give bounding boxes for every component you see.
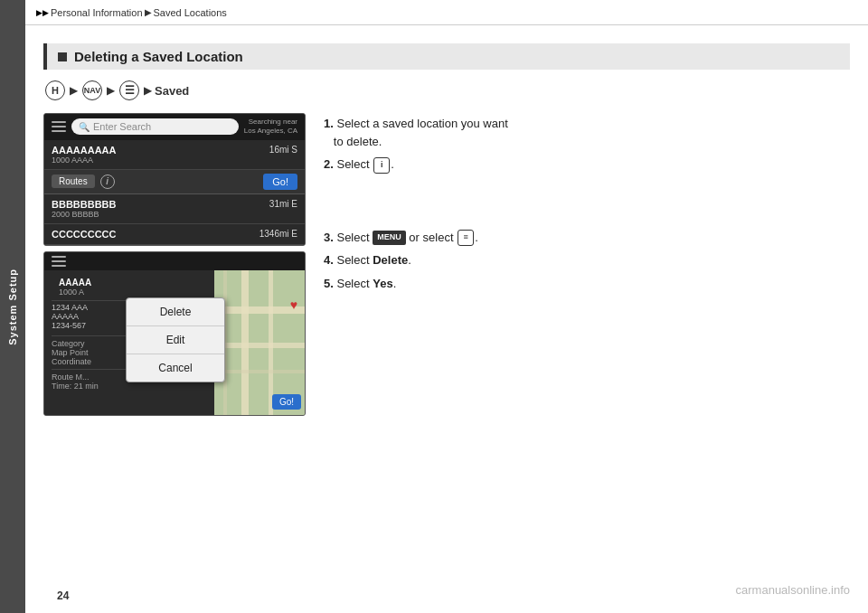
screen1-header: 🔍 Enter Search Searching near Los Angele… — [44, 114, 305, 140]
search-icon: 🔍 — [79, 122, 90, 132]
section-title: Deleting a Saved Location — [74, 49, 243, 64]
search-box[interactable]: 🔍 Enter Search — [71, 118, 239, 135]
step4-num: 4. — [324, 253, 334, 267]
step1-text: Select a saved location you want — [336, 117, 507, 130]
nav-arrow-3: ▶ — [144, 84, 152, 97]
nav-screen-2: AAAAA 1000 A 1234 AAA AAAAA 1234-567 Cat… — [43, 251, 306, 416]
step4-text: Select — [336, 253, 369, 267]
svg-rect-4 — [269, 270, 273, 415]
routes-bar: Routes i Go! — [44, 170, 305, 194]
nav-path: H ▶ NAV ▶ ☰ ▶ Saved — [43, 80, 850, 100]
ctx-delete[interactable]: Delete — [127, 298, 224, 326]
searching-near: Searching near Los Angeles, CA — [244, 118, 297, 137]
breadcrumb-arrow-1: ▶ — [145, 7, 152, 17]
list-item-3[interactable]: 1346mi E CCCCCCCCC — [44, 224, 305, 245]
section-heading: Deleting a Saved Location — [43, 43, 850, 70]
nav-arrow-1: ▶ — [70, 84, 78, 97]
svg-rect-6 — [214, 370, 305, 373]
menu-button-inline: MENU — [373, 231, 406, 245]
step5-bold: Yes — [373, 277, 392, 290]
step3-text: Select — [336, 231, 369, 244]
left-column: 🔍 Enter Search Searching near Los Angele… — [43, 113, 306, 416]
nav-arrow-2: ▶ — [107, 84, 115, 97]
nav-saved-label: Saved — [155, 84, 189, 98]
ctx-edit[interactable]: Edit — [127, 326, 224, 354]
navi-icon: NAV — [82, 80, 102, 100]
item1-sub: 1000 AAAA — [52, 156, 297, 165]
go-button-2[interactable]: Go! — [272, 394, 301, 410]
svg-rect-2 — [214, 343, 305, 348]
triangle-icon: ▶▶ — [36, 8, 49, 17]
info-icon[interactable]: i — [100, 174, 115, 189]
instruction-step4: 4. Select Delete. — [324, 251, 850, 269]
step3b-text: or select — [409, 231, 453, 244]
svg-rect-3 — [241, 270, 249, 415]
sidebar-label: System Setup — [7, 269, 18, 345]
item1-name: AAAAAAAAA — [52, 145, 297, 156]
breadcrumb-item-2: Saved Locations — [154, 7, 227, 18]
watermark: carmanualsonline.info — [736, 583, 850, 597]
instruction-step2: 2. Select i. — [324, 156, 850, 174]
step5-num: 5. — [324, 277, 334, 290]
list-item-1[interactable]: 16mi S AAAAAAAAA 1000 AAAA — [44, 140, 305, 170]
screen2-header — [44, 252, 305, 270]
instruction-step3: 3. Select MENU or select ≡. — [324, 229, 850, 247]
instruction-step5: 5. Select Yes. — [324, 275, 850, 293]
routes-button[interactable]: Routes — [52, 174, 95, 188]
breadcrumb-item-1: Personal Information — [51, 7, 143, 18]
search-placeholder: Enter Search — [93, 121, 151, 132]
item2-sub: 2000 BBBBB — [52, 210, 297, 219]
heart-icon: ♥ — [290, 297, 297, 312]
ctx-cancel[interactable]: Cancel — [127, 354, 224, 382]
step1-num: 1. — [324, 117, 334, 130]
nav-screen-1: 🔍 Enter Search Searching near Los Angele… — [43, 113, 306, 246]
step3-num: 3. — [324, 231, 334, 244]
step1b-text: to delete. — [334, 135, 382, 148]
step2-text: Select — [336, 157, 369, 171]
home-icon: H — [45, 80, 65, 100]
item2-dist-dir: 31mi E — [269, 199, 297, 209]
menu-nav-icon: ☰ — [119, 80, 139, 100]
step2-num: 2. — [324, 157, 334, 171]
go-button-1[interactable]: Go! — [263, 174, 297, 190]
item2-name: BBBBBBBBB — [52, 199, 297, 210]
searching-near-line1: Searching near — [249, 118, 297, 126]
right-column: 1. Select a saved location you want to d… — [324, 113, 850, 416]
list-item-2[interactable]: 31mi E BBBBBBBBB 2000 BBBBB — [44, 194, 305, 224]
map-thumbnail: ♥ Go! — [214, 270, 305, 415]
heading-square-icon — [58, 52, 67, 61]
list-inline-icon: ≡ — [458, 230, 474, 246]
page-number: 24 — [57, 589, 69, 602]
spacer — [324, 179, 850, 229]
info-inline-icon: i — [373, 157, 390, 174]
searching-near-line2: Los Angeles, CA — [244, 127, 297, 135]
breadcrumb-bar: ▶▶ Personal Information ▶ Saved Location… — [25, 0, 868, 25]
hamburger-icon[interactable] — [52, 121, 66, 132]
hamburger-icon-2[interactable] — [52, 256, 66, 267]
main-content: ▶▶ Personal Information ▶ Saved Location… — [25, 0, 868, 613]
item3-dist-dir: 1346mi E — [259, 229, 297, 239]
step5-text: Select — [336, 277, 369, 290]
context-menu: Delete Edit Cancel — [126, 297, 225, 382]
sidebar: System Setup — [0, 0, 25, 613]
item1-dist-dir: 16mi S — [269, 145, 297, 155]
instruction-step1: 1. Select a saved location you want to d… — [324, 115, 850, 150]
two-col-layout: 🔍 Enter Search Searching near Los Angele… — [43, 113, 850, 416]
step4-bold: Delete — [373, 253, 408, 267]
